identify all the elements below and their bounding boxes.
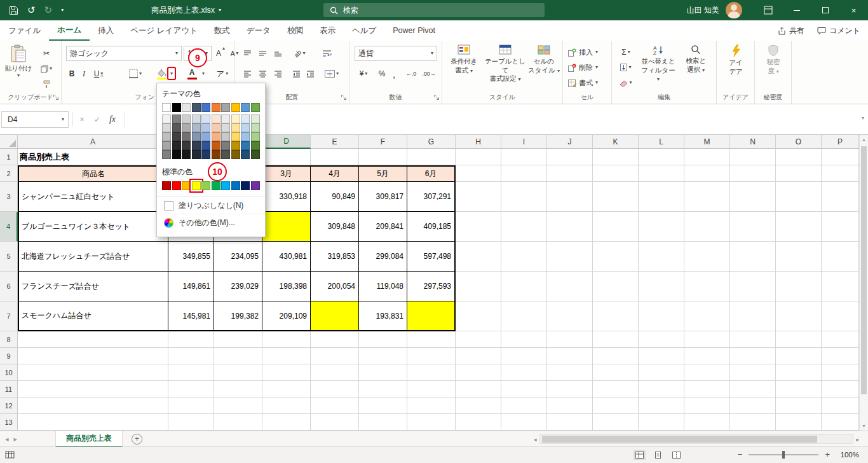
- cell-C13[interactable]: [214, 414, 262, 431]
- cell-O10[interactable]: [776, 364, 822, 381]
- cell-B5[interactable]: 349,855: [168, 242, 214, 272]
- theme-variant-swatch[interactable]: [182, 132, 191, 141]
- theme-variant-swatch[interactable]: [182, 141, 191, 150]
- cell-K12[interactable]: [593, 397, 639, 414]
- cell-H11[interactable]: [456, 381, 501, 397]
- cell-L6[interactable]: [639, 272, 684, 301]
- row-header-6[interactable]: 6: [0, 272, 18, 301]
- search-box[interactable]: 検索: [323, 3, 545, 17]
- cell-J7[interactable]: [547, 301, 593, 331]
- cell-K5[interactable]: [593, 242, 639, 272]
- theme-variant-swatch[interactable]: [212, 132, 220, 141]
- cell-G5[interactable]: 597,498: [407, 242, 456, 272]
- cell-I12[interactable]: [501, 397, 547, 414]
- cell-N4[interactable]: [730, 212, 776, 242]
- theme-variant-swatch[interactable]: [212, 150, 220, 159]
- cell-C9[interactable]: [214, 348, 262, 364]
- scroll-down-icon[interactable]: ▾: [860, 421, 868, 431]
- percent-style-button[interactable]: %: [376, 66, 388, 81]
- cell-L9[interactable]: [639, 348, 684, 364]
- cell-O13[interactable]: [776, 414, 822, 431]
- cell-F13[interactable]: [359, 414, 407, 431]
- cell-L7[interactable]: [639, 301, 684, 331]
- cell-K6[interactable]: [593, 272, 639, 301]
- theme-variant-swatch[interactable]: [251, 123, 260, 132]
- cell-O4[interactable]: [776, 212, 822, 242]
- cell-K1[interactable]: [593, 149, 639, 165]
- cell-D7[interactable]: 209,109: [262, 301, 311, 331]
- theme-variant-swatch[interactable]: [192, 114, 201, 123]
- theme-variant-swatch[interactable]: [251, 150, 260, 159]
- cell-B8[interactable]: [168, 331, 214, 348]
- cell-M1[interactable]: [684, 149, 730, 165]
- theme-variant-swatch[interactable]: [221, 123, 230, 132]
- cell-N7[interactable]: [730, 301, 776, 331]
- theme-color-swatch[interactable]: [162, 103, 171, 112]
- select-all-corner[interactable]: [0, 135, 18, 149]
- cell-B11[interactable]: [168, 381, 214, 397]
- zoom-slider[interactable]: [749, 454, 818, 455]
- cell-J10[interactable]: [547, 364, 593, 381]
- cell-H12[interactable]: [456, 397, 501, 414]
- share-button[interactable]: 共有: [778, 25, 804, 36]
- sheet-nav-right-icon[interactable]: ▸: [14, 435, 23, 443]
- column-header-P[interactable]: P: [822, 135, 859, 149]
- cut-button[interactable]: ✂: [37, 46, 56, 61]
- cell-E2[interactable]: 4月: [311, 165, 359, 182]
- cell-J9[interactable]: [547, 348, 593, 364]
- cell-P6[interactable]: [822, 272, 859, 301]
- theme-variant-swatch[interactable]: [212, 141, 220, 150]
- cell-A4[interactable]: ブルゴーニュワイン３本セット: [18, 212, 168, 242]
- cell-G3[interactable]: 307,291: [407, 182, 456, 212]
- cell-K11[interactable]: [593, 381, 639, 397]
- expand-formula-bar-icon[interactable]: ▾: [862, 116, 864, 121]
- theme-variant-swatch[interactable]: [221, 132, 230, 141]
- cell-F12[interactable]: [359, 397, 407, 414]
- cell-L3[interactable]: [639, 182, 684, 212]
- row-header-1[interactable]: 1: [0, 149, 18, 165]
- theme-color-swatch[interactable]: [201, 103, 210, 112]
- insert-function-button[interactable]: fx: [105, 111, 119, 128]
- theme-variant-swatch[interactable]: [192, 123, 201, 132]
- row-header-7[interactable]: 7: [0, 301, 18, 331]
- cell-C10[interactable]: [214, 364, 262, 381]
- sheet-nav-left-icon[interactable]: ◂: [0, 435, 14, 443]
- cell-E4[interactable]: 309,848: [311, 212, 359, 242]
- cell-F6[interactable]: 119,048: [359, 272, 407, 301]
- cell-D2[interactable]: 3月: [262, 165, 311, 182]
- fill-color-dropdown-arrow[interactable]: ▾: [167, 67, 176, 80]
- theme-variant-swatch[interactable]: [172, 123, 181, 132]
- horizontal-scrollbar-thumb[interactable]: [542, 436, 818, 443]
- cell-B6[interactable]: 149,861: [168, 272, 214, 301]
- cell-J12[interactable]: [547, 397, 593, 414]
- theme-variant-swatch[interactable]: [201, 123, 210, 132]
- cell-E1[interactable]: [311, 149, 359, 165]
- ribbon-tab-ファイル[interactable]: ファイル: [0, 20, 49, 41]
- cell-D12[interactable]: [262, 397, 311, 414]
- cell-I11[interactable]: [501, 381, 547, 397]
- theme-variant-swatch[interactable]: [231, 114, 240, 123]
- cell-I6[interactable]: [501, 272, 547, 301]
- theme-variant-swatch[interactable]: [201, 132, 210, 141]
- standard-color-swatch[interactable]: [221, 181, 230, 190]
- ribbon-tab-校閲[interactable]: 校閲: [279, 20, 311, 41]
- theme-variant-swatch[interactable]: [241, 132, 250, 141]
- theme-variant-swatch[interactable]: [201, 141, 210, 150]
- theme-variant-swatch[interactable]: [201, 150, 210, 159]
- format-as-table-button[interactable]: テーブルとして 書式設定 ▾: [484, 45, 526, 83]
- cell-H2[interactable]: [456, 165, 501, 182]
- cell-N3[interactable]: [730, 182, 776, 212]
- cell-D4[interactable]: [262, 212, 311, 242]
- theme-variant-swatch[interactable]: [241, 141, 250, 150]
- cell-G1[interactable]: [407, 149, 456, 165]
- row-header-8[interactable]: 8: [0, 331, 18, 348]
- zoom-level[interactable]: 100%: [836, 451, 859, 459]
- theme-color-swatch[interactable]: [192, 103, 201, 112]
- sort-filter-button[interactable]: AZ 並べ替えと フィルター ▾: [640, 45, 677, 83]
- cell-P13[interactable]: [822, 414, 859, 431]
- cell-N5[interactable]: [730, 242, 776, 272]
- zoom-slider-thumb[interactable]: [782, 451, 785, 459]
- cell-L2[interactable]: [639, 165, 684, 182]
- cell-P5[interactable]: [822, 242, 859, 272]
- theme-color-swatch[interactable]: [182, 103, 191, 112]
